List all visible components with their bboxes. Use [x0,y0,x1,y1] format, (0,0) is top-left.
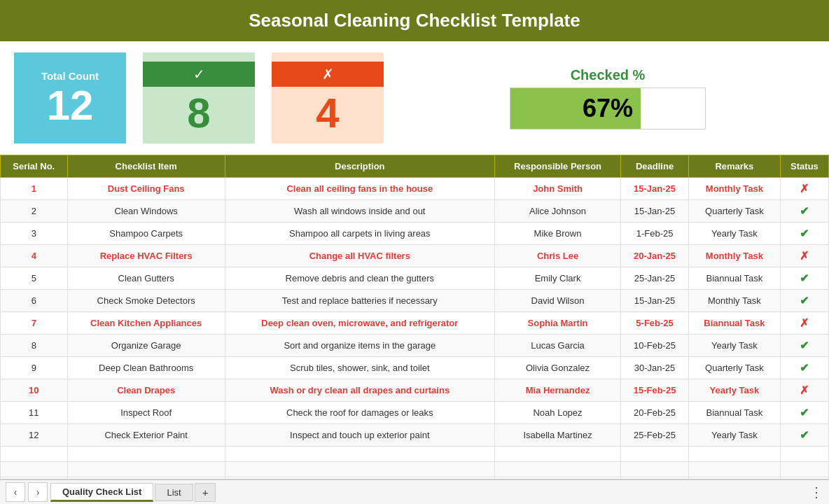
status-cell: ✔ [780,357,828,379]
table-header: Serial No. Checklist Item Description Re… [1,155,829,178]
x-mark: ✗ [800,317,809,329]
check-mark: ✔ [800,429,809,441]
empty-row [1,447,829,462]
table-container: Serial No. Checklist Item Description Re… [0,155,829,504]
x-mark: ✗ [800,250,809,262]
x-mark: ✗ [800,183,809,195]
col-person: Responsible Person [494,155,621,178]
table-body: 1Dust Ceiling FansClean all ceiling fans… [1,178,829,505]
pct-label: Checked % [571,67,646,83]
col-status: Status [780,155,828,178]
check-mark: ✔ [800,295,809,307]
status-cell: ✔ [780,402,828,424]
col-desc: Description [225,155,494,178]
table-row: 7Clean Kitchen AppliancesDeep clean oven… [1,312,829,335]
checklist-table: Serial No. Checklist Item Description Re… [0,155,829,504]
nav-next-button[interactable]: › [28,482,48,502]
unchecked-value: 4 [316,92,339,134]
status-cell: ✔ [780,223,828,245]
status-cell: ✗ [780,245,828,267]
pct-box: Checked % 67% [400,52,815,144]
checked-value: 8 [187,92,210,134]
check-mark: ✔ [800,227,809,239]
table-row: 6Check Smoke DetectorsTest and replace b… [1,290,829,312]
pct-value: 67% [583,94,633,123]
pct-bar: 67% [510,88,706,130]
table-row: 3Shampoo CarpetsShampoo all carpets in l… [1,223,829,245]
x-icon-header: ✗ [272,62,384,87]
col-item: Checklist Item [67,155,225,178]
status-cell: ✔ [780,335,828,357]
status-cell: ✗ [780,178,828,200]
table-row: 9Deep Clean BathroomsScrub tiles, shower… [1,357,829,379]
empty-row [1,462,829,477]
status-cell: ✔ [780,200,828,223]
check-mark: ✔ [800,272,809,284]
status-cell: ✗ [780,312,828,335]
more-options-button[interactable]: ⋮ [809,484,823,500]
total-count-label: Total Count [41,70,99,82]
check-mark: ✔ [800,205,809,217]
status-cell: ✗ [780,379,828,402]
x-mark: ✗ [800,384,809,396]
nav-prev-button[interactable]: ‹ [6,482,25,502]
table-row: 4Replace HVAC FiltersChange all HVAC fil… [1,245,829,267]
tab-quality-check-list[interactable]: Quality Check List [50,483,153,502]
status-cell: ✔ [780,290,828,312]
page-title: Seasonal Cleaning Checklist Template [249,10,580,31]
table-row: 12Check Exterior PaintInspect and touch … [1,424,829,447]
tab-add-button[interactable]: + [195,483,216,502]
total-count-box: Total Count 12 [14,52,126,144]
table-row: 8Organize GarageSort and organize items … [1,335,829,357]
status-cell: ✔ [780,424,828,447]
table-row: 10Clean DrapesWash or dry clean all drap… [1,379,829,402]
table-row: 1Dust Ceiling FansClean all ceiling fans… [1,178,829,200]
status-cell: ✔ [780,267,828,290]
page-header: Seasonal Cleaning Checklist Template [0,0,829,41]
tab-list[interactable]: List [155,484,193,501]
bottom-bar: ‹ › Quality Check List List + ⋮ [0,479,829,504]
table-row: 5Clean GuttersRemove debris and clean th… [1,267,829,290]
col-deadline: Deadline [621,155,688,178]
check-mark: ✔ [800,340,809,351]
check-icon-header: ✓ [143,62,255,87]
col-remarks: Remarks [688,155,780,178]
summary-bar: Total Count 12 ✓ 8 ✗ 4 Checked % 67% [0,41,829,155]
total-count-value: 12 [47,85,94,127]
table-row: 11Inspect RoofCheck the roof for damages… [1,402,829,424]
check-mark: ✔ [800,407,809,419]
unchecked-box: ✗ 4 [272,52,384,144]
table-row: 2Clean WindowsWash all windows inside an… [1,200,829,223]
col-serial: Serial No. [1,155,68,178]
checked-box: ✓ 8 [143,52,255,144]
check-mark: ✔ [800,362,809,374]
